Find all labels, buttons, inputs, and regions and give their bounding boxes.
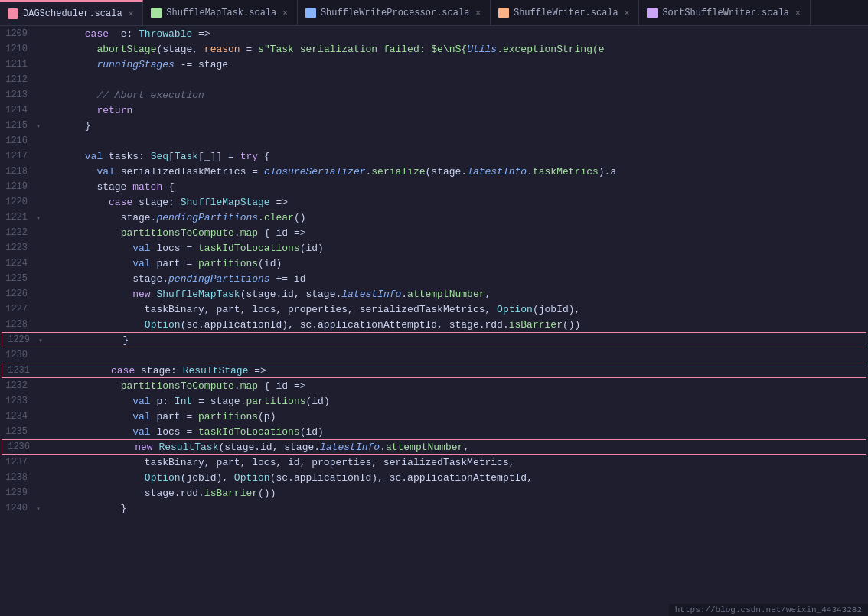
code-line-1235: 1235 val locs = taskIdToLocations(id) bbox=[0, 424, 868, 439]
line-number-1211: 1211 bbox=[0, 59, 34, 70]
code-line-1224: 1224 val part = partitions(id) bbox=[0, 256, 868, 271]
line-content-1229: } bbox=[51, 334, 866, 346]
tab-label-swp: ShuffleWriteProcessor.scala bbox=[321, 8, 469, 18]
line-content-1211: runningStages -= stage bbox=[49, 59, 868, 70]
fold-icon-1229[interactable]: ▾ bbox=[36, 337, 45, 346]
line-number-1223: 1223 bbox=[0, 243, 34, 253]
code-line-1226: 1226 new ShuffleMapTask(stage.id, stage.… bbox=[0, 286, 868, 301]
fold-icon-1240[interactable]: ▾ bbox=[34, 505, 43, 514]
line-number-1228: 1228 bbox=[0, 319, 34, 330]
line-number-1237: 1237 bbox=[0, 457, 34, 468]
line-number-1217: 1217 bbox=[0, 151, 34, 161]
line-number-1214: 1214 bbox=[0, 105, 34, 116]
line-content-1239: stage.rdd.isBarrier()) bbox=[49, 487, 868, 499]
tab-close-dag[interactable]: ✕ bbox=[127, 8, 135, 19]
tab-label-shuffle: ShuffleMapTask.scala bbox=[166, 8, 276, 18]
line-content-1227: taskBinary, part, locs, properties, seri… bbox=[49, 304, 868, 315]
tab-dagscheduler[interactable]: DAGScheduler.scala ✕ bbox=[0, 0, 143, 25]
code-line-1213: 1213 // Abort execution bbox=[0, 87, 868, 103]
tab-shufflewriteprocessor[interactable]: ShuffleWriteProcessor.scala ✕ bbox=[298, 0, 491, 25]
code-line-1214: 1214 return bbox=[0, 103, 868, 118]
status-bar: https://blog.csdn.net/weixin_44343282 bbox=[669, 604, 868, 616]
line-content-1238: Option(jobId), Option(sc.applicationId),… bbox=[49, 472, 868, 484]
code-line-1212: 1212 bbox=[0, 72, 868, 87]
tab-close-shuffle[interactable]: ✕ bbox=[281, 7, 289, 18]
main-layout: DAGScheduler.scala ✕ ShuffleMapTask.scal… bbox=[0, 0, 868, 616]
tab-bar: DAGScheduler.scala ✕ ShuffleMapTask.scal… bbox=[0, 0, 868, 26]
code-line-1216: 1216 bbox=[0, 133, 868, 148]
code-line-1229: 1229 ▾ } bbox=[2, 332, 866, 347]
line-content-1220: case stage: ShuffleMapStage => bbox=[49, 197, 868, 208]
status-url: https://blog.csdn.net/weixin_44343282 bbox=[675, 605, 862, 614]
line-content-1213: // Abort execution bbox=[49, 90, 868, 101]
line-content-1217: val tasks: Seq[Task[_]] = try { bbox=[49, 151, 868, 162]
line-number-1229: 1229 bbox=[2, 334, 36, 345]
code-line-1209: 1209 case e: Throwable => bbox=[0, 26, 868, 41]
line-number-1231: 1231 bbox=[2, 365, 36, 376]
line-content-1215: } bbox=[49, 120, 868, 132]
tab-shufflewriter[interactable]: ShuffleWriter.scala ✕ bbox=[491, 0, 639, 25]
gutter-1215: ▾ bbox=[34, 120, 49, 132]
line-number-1210: 1210 bbox=[0, 44, 34, 54]
tab-label-ssw: SortShuffleWriter.scala bbox=[662, 8, 789, 18]
line-content-1237: taskBinary, part, locs, id, properties, … bbox=[49, 457, 868, 468]
line-content-1224: val part = partitions(id) bbox=[49, 258, 868, 269]
tab-close-sw[interactable]: ✕ bbox=[623, 7, 631, 18]
line-number-1215: 1215 bbox=[0, 120, 34, 131]
code-line-1221: 1221 ▾ stage.pendingPartitions.clear() bbox=[0, 210, 868, 225]
gutter-1221: ▾ bbox=[34, 212, 49, 223]
line-number-1213: 1213 bbox=[0, 90, 34, 100]
tab-icon-ssw bbox=[647, 8, 658, 18]
line-content-1209: case e: Throwable => bbox=[49, 28, 868, 40]
line-content-1225: stage.pendingPartitions += id bbox=[49, 273, 868, 285]
line-number-1218: 1218 bbox=[0, 166, 34, 177]
line-number-1232: 1232 bbox=[0, 380, 34, 391]
line-content-1240: } bbox=[49, 503, 868, 514]
code-line-1239: 1239 stage.rdd.isBarrier()) bbox=[0, 485, 868, 500]
code-line-1211: 1211 runningStages -= stage bbox=[0, 57, 868, 72]
gutter-1229: ▾ bbox=[36, 334, 51, 346]
code-line-1240: 1240 ▾ } bbox=[0, 500, 868, 516]
code-line-1223: 1223 val locs = taskIdToLocations(id) bbox=[0, 240, 868, 256]
line-number-1216: 1216 bbox=[0, 135, 34, 146]
line-content-1233: val p: Int = stage.partitions(id) bbox=[49, 396, 868, 407]
tab-sortshufflewriter[interactable]: SortShuffleWriter.scala ✕ bbox=[639, 0, 810, 25]
fold-icon-1221[interactable]: ▾ bbox=[34, 214, 43, 223]
line-number-1226: 1226 bbox=[0, 288, 34, 299]
tab-icon-swp bbox=[305, 8, 316, 18]
code-line-1210: 1210 abortStage(stage, reason = s"Task s… bbox=[0, 41, 868, 57]
fold-icon-1215[interactable]: ▾ bbox=[34, 122, 43, 132]
line-content-1210: abortStage(stage, reason = s"Task serial… bbox=[49, 44, 868, 55]
line-number-1222: 1222 bbox=[0, 227, 34, 238]
line-content-1222: partitionsToCompute.map { id => bbox=[49, 227, 868, 239]
code-line-1234: 1234 val part = partitions(p) bbox=[0, 409, 868, 424]
line-content-1236: new ResultTask(stage.id, stage.latestInf… bbox=[51, 442, 866, 453]
code-line-1225: 1225 stage.pendingPartitions += id bbox=[0, 271, 868, 286]
line-number-1225: 1225 bbox=[0, 273, 34, 284]
tab-label-dag: DAGScheduler.scala bbox=[23, 8, 122, 19]
line-number-1221: 1221 bbox=[0, 212, 34, 223]
line-content-1223: val locs = taskIdToLocations(id) bbox=[49, 243, 868, 254]
tab-close-ssw[interactable]: ✕ bbox=[794, 7, 802, 18]
tab-close-swp[interactable]: ✕ bbox=[474, 7, 482, 18]
line-number-1212: 1212 bbox=[0, 74, 34, 85]
line-number-1234: 1234 bbox=[0, 411, 34, 422]
code-line-1230: 1230 bbox=[0, 347, 868, 363]
line-content-1235: val locs = taskIdToLocations(id) bbox=[49, 426, 868, 438]
tab-label-sw: ShuffleWriter.scala bbox=[514, 8, 618, 18]
tab-shufflemaptask[interactable]: ShuffleMapTask.scala ✕ bbox=[143, 0, 298, 25]
line-content-1232: partitionsToCompute.map { id => bbox=[49, 380, 868, 392]
line-number-1230: 1230 bbox=[0, 350, 34, 360]
line-number-1235: 1235 bbox=[0, 426, 34, 437]
code-editor: 1209 case e: Throwable => 1210 abortStag… bbox=[0, 26, 868, 616]
line-content-1214: return bbox=[49, 105, 868, 116]
code-line-1219: 1219 stage match { bbox=[0, 179, 868, 194]
line-number-1219: 1219 bbox=[0, 181, 34, 192]
code-line-1236: 1236 new ResultTask(stage.id, stage.late… bbox=[2, 439, 866, 455]
code-line-1231: 1231 case stage: ResultStage => bbox=[2, 363, 866, 378]
line-content-1226: new ShuffleMapTask(stage.id, stage.lates… bbox=[49, 288, 868, 300]
code-line-1237: 1237 taskBinary, part, locs, id, propert… bbox=[0, 455, 868, 470]
code-line-1217: 1217 val tasks: Seq[Task[_]] = try { bbox=[0, 148, 868, 164]
code-line-1218: 1218 val serializedTaskMetrics = closure… bbox=[0, 164, 868, 179]
line-content-1231: case stage: ResultStage => bbox=[51, 365, 866, 376]
